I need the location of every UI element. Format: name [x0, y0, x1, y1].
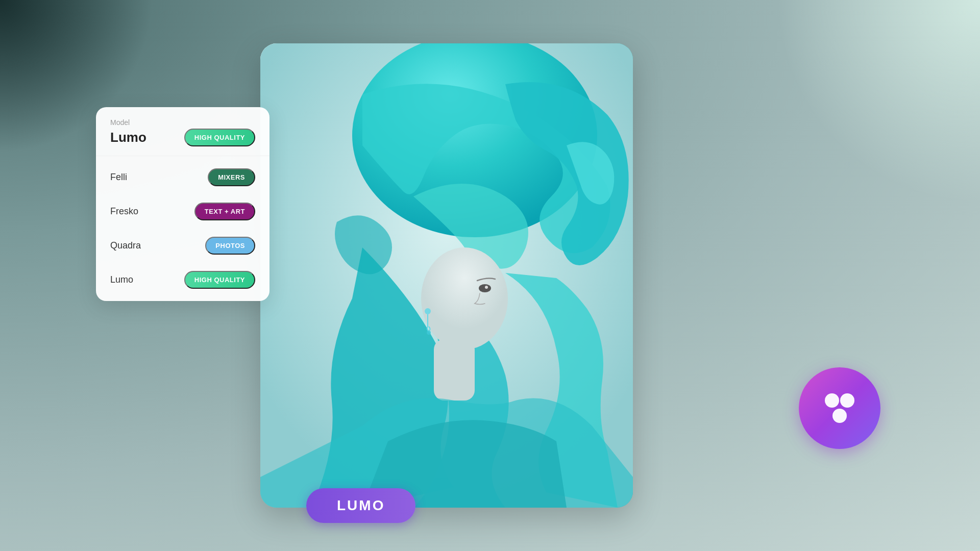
illustration-svg	[260, 43, 633, 508]
image-placeholder	[260, 43, 633, 508]
model-row-lumo[interactable]: Lumo HIGH QUALITY	[96, 263, 270, 297]
model-label: Model	[110, 118, 255, 127]
svg-point-10	[832, 409, 847, 423]
model-row-felli[interactable]: Felli MIXERS	[96, 160, 270, 194]
badge-photos[interactable]: PHOTOS	[205, 237, 255, 255]
svg-point-7	[427, 331, 431, 335]
svg-point-6	[425, 308, 431, 314]
badge-text-art[interactable]: TEXT + ART	[194, 203, 255, 220]
model-name-quadra: Quadra	[110, 240, 141, 251]
bg-glow	[776, 0, 980, 204]
figma-icon-svg	[819, 388, 860, 429]
badge-mixers[interactable]: MIXERS	[208, 168, 255, 186]
model-row-quadra[interactable]: Quadra PHOTOS	[96, 229, 270, 263]
svg-point-5	[485, 286, 488, 289]
model-name-felli: Felli	[110, 172, 127, 183]
model-rows: Felli MIXERS Fresko TEXT + ART Quadra PH…	[96, 156, 270, 301]
image-card	[260, 43, 633, 508]
lumo-badge[interactable]: LUMO	[306, 488, 415, 523]
svg-point-8	[825, 393, 839, 408]
model-row-fresko[interactable]: Fresko TEXT + ART	[96, 194, 270, 229]
model-name-lumo-header: Lumo	[110, 130, 146, 145]
model-name-lumo: Lumo	[110, 274, 133, 285]
model-panel-header: Model Lumo HIGH QUALITY	[96, 107, 270, 156]
svg-point-4	[479, 284, 491, 292]
figma-icon-inner	[819, 388, 860, 429]
svg-point-3	[421, 247, 508, 349]
model-name-fresko: Fresko	[110, 206, 138, 217]
svg-point-9	[840, 393, 854, 408]
lumo-badge-label: LUMO	[337, 497, 385, 513]
figma-icon-wrapper[interactable]	[799, 367, 880, 449]
badge-high-quality[interactable]: HIGH QUALITY	[184, 271, 255, 289]
model-header-row: Lumo HIGH QUALITY	[110, 129, 255, 146]
badge-high-quality-header[interactable]: HIGH QUALITY	[184, 129, 255, 146]
model-panel: Model Lumo HIGH QUALITY Felli MIXERS Fre…	[96, 107, 270, 301]
